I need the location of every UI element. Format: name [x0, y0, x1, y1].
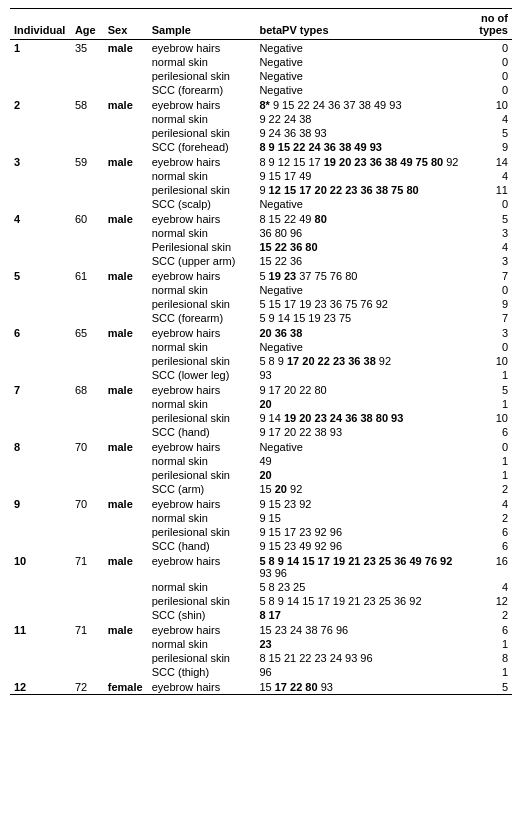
cell-sex [104, 468, 148, 482]
cell-age [71, 311, 104, 325]
cell-sample: normal skin [148, 637, 256, 651]
cell-no-of-types: 0 [471, 439, 512, 454]
cell-betapv: 96 [255, 665, 470, 679]
cell-no-of-types: 2 [471, 608, 512, 622]
cell-no-of-types: 6 [471, 539, 512, 553]
cell-no-of-types: 5 [471, 126, 512, 140]
table-row: Perilesional skin15 22 36 804 [10, 240, 512, 254]
cell-age [71, 340, 104, 354]
cell-sex [104, 368, 148, 382]
cell-individual [10, 468, 71, 482]
cell-sample: SCC (lower leg) [148, 368, 256, 382]
cell-sex [104, 169, 148, 183]
table-row: SCC (thigh)961 [10, 665, 512, 679]
cell-individual [10, 340, 71, 354]
table-row: SCC (forehead)8 9 15 22 24 36 38 49 939 [10, 140, 512, 154]
cell-betapv: 20 36 38 [255, 325, 470, 340]
cell-betapv: 9 12 15 17 20 22 23 36 38 75 80 [255, 183, 470, 197]
cell-individual [10, 169, 71, 183]
cell-sex [104, 140, 148, 154]
cell-individual: 10 [10, 553, 71, 580]
table-row: perilesional skinNegative0 [10, 69, 512, 83]
cell-betapv: 20 [255, 397, 470, 411]
cell-sex: male [104, 325, 148, 340]
cell-no-of-types: 14 [471, 154, 512, 169]
cell-no-of-types: 1 [471, 468, 512, 482]
cell-betapv: 8 9 15 22 24 36 38 49 93 [255, 140, 470, 154]
cell-betapv: 8 9 12 15 17 19 20 23 36 38 49 75 80 92 [255, 154, 470, 169]
table-row: perilesional skin9 12 15 17 20 22 23 36 … [10, 183, 512, 197]
cell-individual: 3 [10, 154, 71, 169]
cell-sample: SCC (arm) [148, 482, 256, 496]
cell-individual [10, 69, 71, 83]
cell-individual: 9 [10, 496, 71, 511]
cell-age [71, 55, 104, 69]
cell-betapv: 93 [255, 368, 470, 382]
cell-no-of-types: 11 [471, 183, 512, 197]
cell-sex [104, 283, 148, 297]
cell-sample: eyebrow hairs [148, 97, 256, 112]
cell-no-of-types: 1 [471, 665, 512, 679]
cell-individual [10, 311, 71, 325]
table-row: 1171maleeyebrow hairs15 23 24 38 76 966 [10, 622, 512, 637]
cell-age [71, 637, 104, 651]
cell-age [71, 354, 104, 368]
cell-no-of-types: 10 [471, 354, 512, 368]
cell-betapv: Negative [255, 283, 470, 297]
cell-individual [10, 183, 71, 197]
cell-age [71, 651, 104, 665]
cell-sex [104, 482, 148, 496]
cell-sex: female [104, 679, 148, 695]
table-row: SCC (upper arm)15 22 363 [10, 254, 512, 268]
cell-age [71, 425, 104, 439]
cell-no-of-types: 2 [471, 482, 512, 496]
cell-betapv: 23 [255, 637, 470, 651]
cell-sample: eyebrow hairs [148, 154, 256, 169]
header-sample: Sample [148, 9, 256, 40]
table-row: normal skin201 [10, 397, 512, 411]
cell-sex [104, 580, 148, 594]
cell-individual [10, 539, 71, 553]
cell-age [71, 482, 104, 496]
cell-betapv: 9 15 23 49 92 96 [255, 539, 470, 553]
cell-betapv: 15 23 24 38 76 96 [255, 622, 470, 637]
cell-individual: 4 [10, 211, 71, 226]
cell-betapv: Negative [255, 40, 470, 56]
cell-betapv: Negative [255, 69, 470, 83]
table-row: perilesional skin9 15 17 23 92 966 [10, 525, 512, 539]
cell-no-of-types: 0 [471, 40, 512, 56]
cell-age: 72 [71, 679, 104, 695]
cell-no-of-types: 4 [471, 580, 512, 594]
cell-no-of-types: 4 [471, 496, 512, 511]
cell-age [71, 511, 104, 525]
table-row: perilesional skin9 14 19 20 23 24 36 38 … [10, 411, 512, 425]
table-row: normal skin491 [10, 454, 512, 468]
cell-no-of-types: 16 [471, 553, 512, 580]
cell-age: 60 [71, 211, 104, 226]
cell-sex [104, 411, 148, 425]
cell-age [71, 525, 104, 539]
cell-betapv: 5 9 14 15 19 23 75 [255, 311, 470, 325]
cell-sample: normal skin [148, 55, 256, 69]
cell-age [71, 169, 104, 183]
cell-age: 70 [71, 496, 104, 511]
cell-sex: male [104, 268, 148, 283]
cell-age [71, 283, 104, 297]
cell-age [71, 397, 104, 411]
cell-individual [10, 83, 71, 97]
table-row: perilesional skin5 8 9 14 15 17 19 21 23… [10, 594, 512, 608]
cell-sample: eyebrow hairs [148, 553, 256, 580]
cell-betapv: 9 17 20 22 80 [255, 382, 470, 397]
cell-betapv: 20 [255, 468, 470, 482]
cell-no-of-types: 6 [471, 622, 512, 637]
table-row: normal skin9 152 [10, 511, 512, 525]
table-row: perilesional skin201 [10, 468, 512, 482]
cell-betapv: 5 15 17 19 23 36 75 76 92 [255, 297, 470, 311]
cell-betapv: 15 20 92 [255, 482, 470, 496]
cell-sex [104, 197, 148, 211]
cell-sex [104, 594, 148, 608]
cell-sample: SCC (hand) [148, 425, 256, 439]
cell-sample: normal skin [148, 169, 256, 183]
cell-no-of-types: 0 [471, 55, 512, 69]
cell-no-of-types: 0 [471, 283, 512, 297]
